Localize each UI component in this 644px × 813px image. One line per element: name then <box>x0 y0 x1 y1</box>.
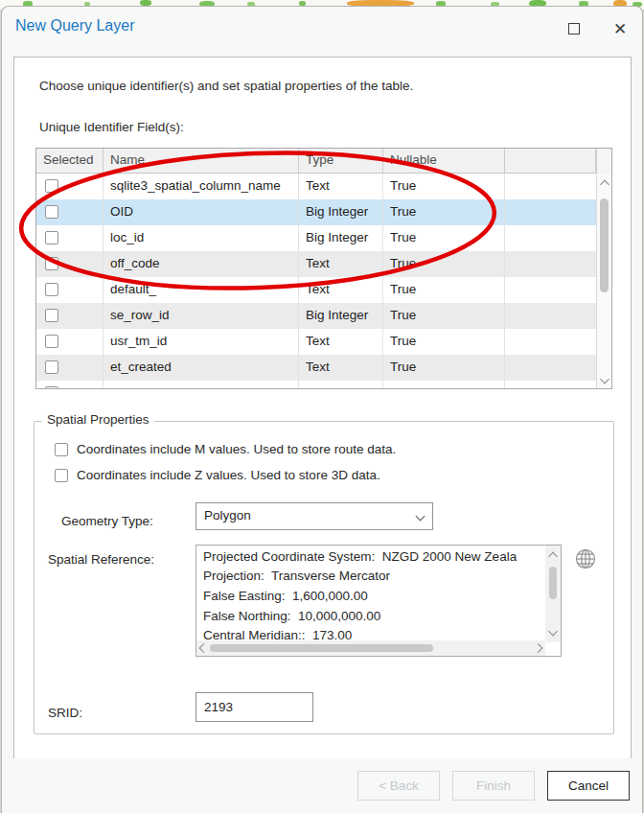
maximize-icon <box>568 23 580 35</box>
cell-field-type: Big Integer <box>299 303 383 329</box>
z-values-label: Coordinates include Z values. Used to st… <box>77 468 380 482</box>
cell-field-name: loc_id <box>104 225 299 251</box>
dialog-title: New Query Layer <box>15 17 135 35</box>
table-row[interactable]: default_TextTrue <box>36 277 611 303</box>
table-row[interactable]: usr_tm_idTextTrue <box>36 329 611 355</box>
unique-identifier-label: Unique Identifier Field(s): <box>39 120 184 134</box>
spatial-reference-vscrollbar[interactable] <box>545 546 561 642</box>
cell-field-name: default_ <box>104 277 299 303</box>
z-values-checkbox[interactable] <box>55 469 68 482</box>
intro-text: Choose unique identifier(s) and set spat… <box>39 79 413 93</box>
scroll-right-icon[interactable] <box>534 643 543 653</box>
spatial-reference-line: False Easting: 1,600,000.00 <box>203 587 545 605</box>
scroll-up-icon[interactable] <box>600 180 610 190</box>
column-header-scroll-spacer <box>596 149 611 174</box>
cell-field-name: et_created <box>104 355 299 381</box>
row-checkbox[interactable] <box>45 283 58 296</box>
spatial-reference-text: Projected Coordinate System: NZGD 2000 N… <box>196 546 545 640</box>
titlebar[interactable]: New Query Layer ✕ <box>2 7 642 57</box>
cell-field-name: OID <box>104 199 299 225</box>
spatial-reference-line: Central Meridian:: 173.00 <box>203 626 545 640</box>
row-checkbox[interactable] <box>45 309 58 322</box>
vscrollbar-thumb[interactable] <box>549 567 557 599</box>
cancel-button[interactable]: Cancel <box>547 771 630 801</box>
table-row[interactable]: OIDBig IntegerTrue <box>36 199 611 225</box>
cell-field-nullable: True <box>383 199 505 225</box>
cell-field-name: sqlite3_spatial_column_name <box>104 174 299 199</box>
hscrollbar-thumb[interactable] <box>210 644 433 652</box>
finish-button[interactable]: Finish <box>452 771 535 801</box>
spatial-reference-box[interactable]: Projected Coordinate System: NZGD 2000 N… <box>196 545 562 657</box>
spatial-properties-group: Spatial Properties Coordinates include M… <box>34 421 614 734</box>
globe-icon[interactable] <box>574 547 597 570</box>
table-row[interactable]: sqlite3_spatial_column_nameTextTrue <box>36 174 611 199</box>
row-checkbox[interactable] <box>45 231 58 244</box>
table-row[interactable]: off_codeTextTrue <box>36 251 611 277</box>
table-row[interactable]: loc_idBig IntegerTrue <box>36 225 611 251</box>
fields-table: Selected Name Type Nullable sqlite3_spat… <box>35 148 612 389</box>
column-header-selected[interactable]: Selected <box>36 149 104 174</box>
z-values-checkbox-row[interactable]: Coordinates include Z values. Used to st… <box>55 468 380 482</box>
cell-field-name: off_code <box>104 251 299 277</box>
cell-field-type: Text <box>299 329 383 355</box>
geometry-type-label: Geometry Type: <box>61 514 153 528</box>
cell-field-nullable: True <box>383 303 505 329</box>
close-button[interactable]: ✕ <box>606 14 634 43</box>
cell-field-type: Big Integer <box>299 225 383 251</box>
m-values-label: Coordinates include M values. Used to st… <box>77 442 396 456</box>
new-query-layer-dialog: New Query Layer ✕ Choose unique identifi… <box>1 6 643 813</box>
cell-field-nullable: True <box>383 329 505 355</box>
spatial-reference-hscrollbar[interactable] <box>196 640 545 656</box>
spatial-properties-legend: Spatial Properties <box>42 412 154 427</box>
cell-field-name: usr_tm_id <box>104 329 299 355</box>
column-header-type[interactable]: Type <box>299 149 383 174</box>
cell-field-nullable: True <box>383 251 505 277</box>
spatial-reference-line: Projected Coordinate System: NZGD 2000 N… <box>203 547 545 566</box>
spatial-reference-line: Projection: Transverse Mercator <box>203 567 545 585</box>
row-checkbox[interactable] <box>45 386 58 388</box>
cell-field-type: Text <box>299 277 383 303</box>
cell-field-nullable: True <box>383 277 505 303</box>
table-row[interactable]: et_createdTextTrue <box>36 355 611 381</box>
row-checkbox[interactable] <box>45 257 58 270</box>
m-values-checkbox-row[interactable]: Coordinates include M values. Used to st… <box>55 442 396 456</box>
grid-body: sqlite3_spatial_column_nameTextTrueOIDBi… <box>36 174 611 388</box>
back-button[interactable]: < Back <box>357 771 440 801</box>
table-row-partial[interactable] <box>36 381 611 388</box>
cell-field-nullable: True <box>383 174 505 199</box>
row-checkbox[interactable] <box>45 205 58 219</box>
row-checkbox[interactable] <box>45 335 58 348</box>
cell-field-type: Text <box>299 251 383 277</box>
maximize-button[interactable] <box>560 14 588 43</box>
scroll-down-icon[interactable] <box>548 627 558 637</box>
geometry-type-value: Polygon <box>204 508 251 523</box>
table-row[interactable]: se_row_idBig IntegerTrue <box>36 303 611 329</box>
spatial-reference-line: False Northing: 10,000,000.00 <box>203 607 545 625</box>
cell-field-type: Text <box>299 355 383 381</box>
scroll-up-icon[interactable] <box>548 552 558 562</box>
scroll-left-icon[interactable] <box>199 643 209 653</box>
scroll-down-icon[interactable] <box>600 375 610 384</box>
close-icon: ✕ <box>613 21 627 37</box>
srid-label: SRID: <box>48 706 82 720</box>
column-header-empty <box>505 149 596 174</box>
table-scrollbar-thumb[interactable] <box>600 198 609 292</box>
content-panel: Choose unique identifier(s) and set spat… <box>13 57 632 759</box>
chevron-down-icon <box>416 512 426 522</box>
row-checkbox[interactable] <box>45 179 58 193</box>
column-header-name[interactable]: Name <box>104 149 299 174</box>
table-vertical-scrollbar[interactable] <box>596 174 611 389</box>
srid-input[interactable] <box>196 692 313 722</box>
cell-field-name: se_row_id <box>104 303 299 329</box>
m-values-checkbox[interactable] <box>55 443 68 456</box>
cell-field-type: Text <box>299 174 383 199</box>
spatial-reference-label: Spatial Reference: <box>48 552 154 567</box>
row-checkbox[interactable] <box>45 360 58 374</box>
cell-field-type: Big Integer <box>299 199 383 225</box>
cell-field-nullable: True <box>383 355 505 381</box>
column-header-nullable[interactable]: Nullable <box>383 149 505 174</box>
geometry-type-dropdown[interactable]: Polygon <box>196 502 433 530</box>
table-header-row: Selected Name Type Nullable <box>36 149 611 174</box>
footer-bar: < Back Finish Cancel <box>2 758 642 813</box>
cell-field-nullable: True <box>383 225 505 251</box>
